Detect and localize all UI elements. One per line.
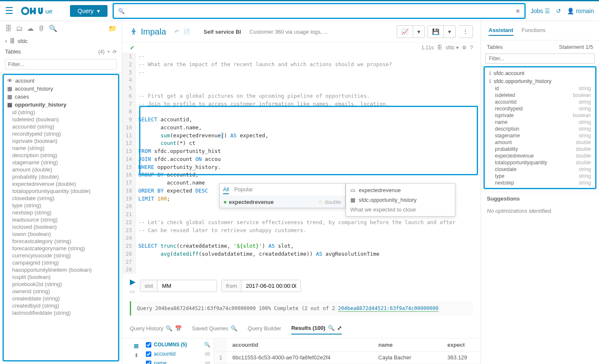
column-item[interactable]: recordtypeid (string): [6, 130, 116, 137]
column-item[interactable]: lastmodifieddate (string): [6, 309, 116, 316]
assist-column-item[interactable]: expectedrevenuedouble: [487, 153, 593, 159]
column-item[interactable]: leadsource (string): [6, 216, 116, 223]
results-table[interactable]: accountid name expect 1 6bc11553-6c53-40…: [214, 338, 481, 364]
undo-icon[interactable]: ↶: [175, 29, 179, 35]
query-dropdown-button[interactable]: Query ▾: [70, 5, 107, 17]
column-item[interactable]: id (string): [6, 109, 116, 116]
tab-results[interactable]: Results (100) 🔍 ⤢: [291, 322, 342, 335]
var-input-from[interactable]: [242, 280, 301, 292]
column-item[interactable]: description (string): [6, 152, 116, 159]
s3-source-icon[interactable]: ☁: [27, 24, 34, 32]
column-row[interactable]: accountid str: [142, 349, 214, 359]
assist-column-item[interactable]: amountdouble: [487, 139, 593, 146]
hamburger-menu-icon[interactable]: ☰: [5, 5, 13, 16]
jobs-link[interactable]: Jobs ☰: [531, 8, 551, 14]
column-item[interactable]: name (string): [6, 145, 116, 152]
column-item[interactable]: currencyisocode (string): [6, 252, 116, 259]
assist-column-item[interactable]: totalopportunityquantitydouble: [487, 159, 593, 166]
assist-column-item[interactable]: recordtypeidstring: [487, 105, 593, 112]
chart-dropdown[interactable]: ▾: [413, 25, 425, 38]
assist-column-item[interactable]: idstring: [487, 85, 593, 92]
column-checkbox[interactable]: [146, 351, 151, 357]
global-search-input[interactable]: [125, 8, 516, 14]
tab-saved-queries[interactable]: Saved Queries 🔍: [192, 323, 237, 334]
column-item[interactable]: forecastcategory (string): [6, 238, 116, 245]
ac-suggestion-item[interactable]: expectedrevenue ☆ double: [220, 196, 345, 208]
table-item[interactable]: ▦opportunity_history: [6, 101, 116, 109]
refresh-tables-icon[interactable]: ⟳: [113, 49, 117, 55]
assist-column-item[interactable]: accountidstring: [487, 99, 593, 105]
search-source-icon[interactable]: 🔍: [49, 24, 57, 32]
back-chevron-icon[interactable]: ‹: [5, 37, 7, 44]
column-item[interactable]: isdeleted (boolean): [6, 116, 116, 123]
tab-functions[interactable]: Functions: [522, 25, 545, 36]
column-row[interactable]: name str: [142, 359, 214, 364]
presentation-icon[interactable]: ▭: [130, 288, 136, 294]
assist-column-item[interactable]: descriptionstring: [487, 126, 593, 132]
column-item[interactable]: iswon (boolean): [6, 230, 116, 238]
history-icon[interactable]: ↺: [556, 8, 561, 14]
column-item[interactable]: createddate (string): [6, 295, 116, 302]
assist-column-item[interactable]: namestring: [487, 119, 593, 126]
settings-icon[interactable]: ⚙: [462, 45, 467, 51]
copy-icon[interactable]: 📄: [183, 29, 190, 35]
column-item[interactable]: type (string): [6, 202, 116, 209]
tab-assistant[interactable]: Assistant: [489, 25, 513, 36]
save-button[interactable]: 💾: [427, 25, 444, 38]
column-item[interactable]: amount (double): [6, 166, 116, 173]
column-item[interactable]: expectedrevenue (double): [6, 180, 116, 187]
column-item[interactable]: accountid (string): [6, 123, 116, 130]
star-icon[interactable]: ☆: [318, 199, 323, 205]
column-item[interactable]: createdbyid (string): [6, 302, 116, 309]
ac-tab-popular[interactable]: Popular: [234, 185, 253, 194]
tab-query-builder[interactable]: Query Builder: [247, 323, 281, 334]
column-item[interactable]: ownerid (string): [6, 288, 116, 295]
active-db-selector[interactable]: sfdc ▾: [446, 45, 459, 51]
chart-button[interactable]: 📈: [397, 25, 413, 38]
column-item[interactable]: forecastcategoryname (string): [6, 245, 116, 252]
column-checkbox[interactable]: [146, 361, 151, 364]
column-item[interactable]: isprivate (boolean): [6, 137, 116, 145]
var-input-slot[interactable]: [158, 280, 217, 292]
download-icon[interactable]: ⬇: [134, 352, 139, 359]
hdfs-source-icon[interactable]: 🗂: [16, 25, 23, 32]
column-item[interactable]: probability (double): [6, 173, 116, 180]
clear-search-icon[interactable]: ✖: [516, 8, 520, 14]
column-item[interactable]: stagename (string): [6, 159, 116, 166]
collapse-left-icon[interactable]: ‹: [135, 362, 137, 364]
assist-column-item[interactable]: typestring: [487, 173, 593, 179]
notebook-title[interactable]: Self service BI: [204, 29, 241, 35]
left-filter-input[interactable]: [5, 59, 117, 70]
column-item[interactable]: pricebook2id (string): [6, 281, 116, 288]
column-item[interactable]: campaignid (string): [6, 259, 116, 266]
assist-column-item[interactable]: closedatestring: [487, 166, 593, 173]
assist-column-item[interactable]: stagenamestring: [487, 132, 593, 139]
db-name[interactable]: sfdc: [18, 38, 28, 44]
more-button[interactable]: ⋮: [458, 25, 473, 38]
column-item[interactable]: nextstep (string): [6, 209, 116, 216]
select-all-columns[interactable]: [146, 342, 151, 348]
import-icon[interactable]: 📁: [108, 24, 117, 32]
column-item[interactable]: closedate (string): [6, 195, 116, 202]
table-row[interactable]: 1 6bc11553-6c53-4000-ae70-fa6fef02e2f4 C…: [214, 352, 481, 364]
assist-table-item[interactable]: ℹsfdc.opportunity_history: [487, 77, 593, 85]
grid-view-icon[interactable]: ▦: [134, 343, 139, 349]
add-table-icon[interactable]: +: [107, 49, 110, 55]
right-filter-input[interactable]: [485, 54, 595, 64]
sql-source-icon[interactable]: 🗄: [5, 25, 12, 32]
query-id-link[interactable]: 204bea8672d44521:63f9a74c00000000: [338, 305, 438, 312]
assist-column-item[interactable]: probabilitydouble: [487, 146, 593, 153]
save-dropdown[interactable]: ▾: [444, 25, 456, 38]
table-item[interactable]: 👁account: [6, 77, 116, 85]
user-menu[interactable]: 👤 romain: [567, 8, 594, 14]
engine-selector[interactable]: Impala: [130, 27, 166, 37]
column-item[interactable]: totalopportunityquantity (double): [6, 187, 116, 195]
search-icon[interactable]: 🔍: [204, 342, 210, 348]
collections-source-icon[interactable]: 🛢: [38, 25, 45, 32]
tab-query-history[interactable]: Query History 🔍 📅: [130, 323, 182, 334]
table-item[interactable]: ▦account_history: [6, 85, 116, 93]
column-item[interactable]: issplit (boolean): [6, 273, 116, 281]
assist-table-item[interactable]: ℹsfdc.account: [487, 69, 593, 77]
notebook-desc[interactable]: Customer 360 via usage logs, ...: [250, 29, 328, 35]
assist-column-item[interactable]: isprivateboolean: [487, 112, 593, 119]
